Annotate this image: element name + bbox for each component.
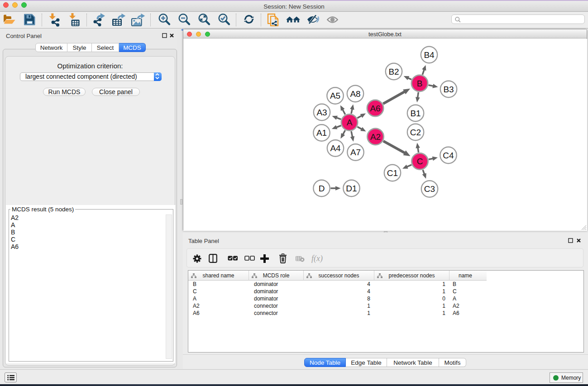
svg-text:A8: A8 — [350, 89, 360, 99]
svg-text:B2: B2 — [388, 67, 399, 76]
svg-text:A7: A7 — [350, 148, 361, 157]
svg-text:A: A — [347, 118, 353, 127]
svg-text:B1: B1 — [410, 109, 421, 118]
svg-text:C1: C1 — [387, 168, 398, 178]
svg-text:B4: B4 — [424, 50, 435, 60]
svg-text:B: B — [417, 79, 423, 88]
svg-text:A5: A5 — [330, 91, 340, 100]
svg-text:A2: A2 — [370, 132, 381, 142]
svg-text:C2: C2 — [410, 128, 421, 137]
svg-text:C4: C4 — [443, 151, 454, 160]
svg-text:D1: D1 — [346, 184, 357, 193]
svg-text:B3: B3 — [443, 85, 454, 94]
svg-text:D: D — [319, 184, 325, 193]
svg-text:C: C — [417, 157, 423, 166]
svg-text:A6: A6 — [370, 104, 380, 113]
svg-text:A3: A3 — [316, 108, 327, 117]
svg-text:C3: C3 — [424, 184, 435, 194]
svg-text:A4: A4 — [330, 143, 341, 153]
svg-text:A1: A1 — [316, 128, 327, 138]
